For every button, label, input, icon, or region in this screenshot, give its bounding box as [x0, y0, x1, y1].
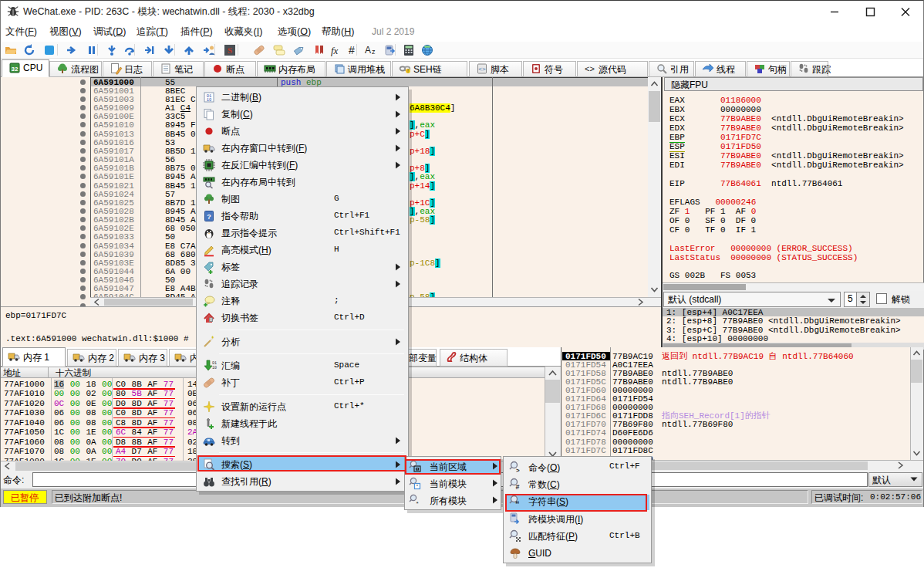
svg-text:10: 10 — [212, 366, 217, 370]
svg-text:z: z — [372, 48, 376, 56]
svg-text:10: 10 — [207, 97, 212, 103]
svg-text:32: 32 — [12, 66, 19, 73]
svg-text:<>: <> — [478, 66, 486, 73]
svg-text:fx: fx — [331, 45, 339, 56]
svg-text:#: # — [516, 483, 520, 491]
svg-text:*: * — [416, 500, 418, 507]
svg-text:?: ? — [207, 212, 211, 220]
svg-text:#: # — [349, 44, 355, 56]
svg-text:A: A — [365, 45, 371, 56]
svg-text:!: ! — [407, 68, 409, 73]
svg-text:S: S — [228, 46, 232, 55]
svg-text:<>: <> — [585, 64, 595, 73]
svg-text:>: > — [516, 467, 520, 474]
